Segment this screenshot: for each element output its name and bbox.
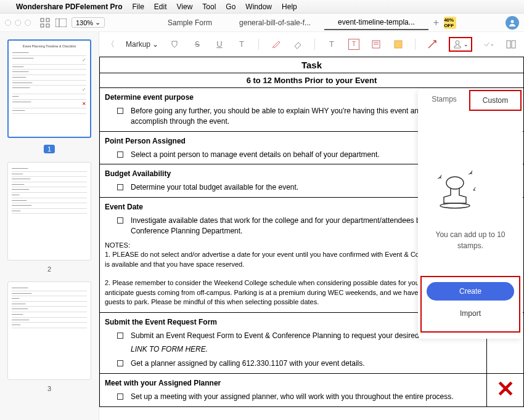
stamp-panel: Stamps Custom You can add up to 10 stamp… (418, 89, 523, 339)
checkbox[interactable] (117, 151, 123, 158)
stamps-tab[interactable]: Stamps (419, 90, 469, 111)
page-number-3: 3 (7, 385, 91, 392)
system-menubar: Wondershare PDFelement Pro File Edit Vie… (0, 0, 524, 14)
app-name[interactable]: Wondershare PDFelement Pro (16, 2, 123, 11)
arrow-tool-icon[interactable] (427, 39, 438, 50)
thumb-title: Event Planning Timeline & Checklist (12, 44, 86, 49)
text-box-icon[interactable]: T (326, 39, 337, 50)
window-controls (5, 20, 31, 26)
svg-point-12 (456, 41, 459, 44)
page-number-1: 1 (44, 145, 55, 153)
pencil-tool-icon[interactable] (270, 39, 281, 50)
timeframe-header: 6 to 12 Months Prior to your Event (99, 73, 523, 88)
close-window-button[interactable] (5, 20, 11, 26)
svg-rect-2 (41, 24, 44, 27)
sidebar-toggle-icon[interactable] (55, 17, 67, 28)
back-icon[interactable]: 〈 (107, 39, 115, 50)
panel-body: You can add up to 10 stamps. (418, 112, 523, 270)
custom-tab[interactable]: Custom (469, 90, 522, 111)
stamp-graphic-icon (430, 168, 510, 217)
document-tabs: Sample Form general-bill-of-sale-f... ev… (110, 15, 501, 30)
x-stamp-icon: ✕ (496, 376, 515, 402)
divider (314, 39, 315, 50)
sticky-note-icon[interactable] (393, 39, 404, 50)
checkbox[interactable] (117, 184, 123, 190)
menu-tool[interactable]: Tool (202, 2, 216, 11)
page-thumbnail-2[interactable]: ━━━━━━━━━━━━━ ━━━━━━━━━ ━━━━━━━━━━━━━━━ … (7, 162, 91, 260)
svg-rect-1 (46, 18, 49, 22)
item-text: Determine your total budget available fo… (131, 182, 298, 193)
page-thumbnail-1[interactable]: Event Planning Timeline & Checklist ━━━━… (7, 39, 91, 138)
svg-point-6 (511, 20, 514, 23)
zoom-value: 130% (76, 19, 93, 26)
thumbnail-view-icon[interactable] (39, 17, 51, 28)
svg-rect-10 (395, 41, 402, 48)
chevron-down-icon: ⌄ (95, 18, 100, 26)
underline-tool-icon[interactable]: U (214, 39, 225, 50)
panel-message: You can add up to 10 stamps. (430, 229, 510, 251)
minimize-window-button[interactable] (15, 20, 21, 26)
menu-edit[interactable]: Edit (154, 2, 167, 11)
menu-window[interactable]: Window (245, 2, 272, 11)
svg-rect-14 (512, 41, 515, 48)
user-avatar-icon[interactable] (506, 16, 519, 30)
item-text: Submit an Event Request Form to Event & … (131, 331, 438, 341)
task-header: Task (99, 57, 523, 73)
divider (258, 39, 259, 50)
tab-bill-of-sale[interactable]: general-bill-of-sale-f... (226, 16, 324, 30)
checkbox[interactable] (117, 217, 123, 224)
markup-toolbar: 〈 Markup⌄ S̶ U T T T ⌄ ⌄ (99, 32, 524, 57)
signature-tool-icon[interactable]: ⌄ (483, 39, 494, 50)
menu-file[interactable]: File (133, 2, 144, 11)
eraser-tool-icon[interactable] (292, 39, 303, 50)
thumbnail-sidebar: Event Planning Timeline & Checklist ━━━━… (0, 32, 99, 420)
import-stamp-button[interactable]: Import (427, 304, 514, 323)
squiggly-tool-icon[interactable]: T (236, 39, 247, 50)
chevron-down-icon: ⌄ (152, 40, 158, 49)
create-stamp-button[interactable]: Create (427, 282, 514, 301)
item-text: Set up a meeting with your assigned plan… (131, 392, 454, 402)
item-text: Select a point person to manage event de… (131, 150, 380, 160)
text-callout-icon[interactable]: T (348, 39, 359, 50)
stamp-tool-button[interactable]: ⌄ (449, 37, 472, 52)
item-text: LINK TO FORM HERE. (131, 344, 208, 355)
zoom-selector[interactable]: 130% ⌄ (72, 17, 105, 28)
page-number-2: 2 (7, 265, 91, 273)
strikethrough-tool-icon[interactable]: S̶ (192, 39, 203, 50)
checkbox[interactable] (117, 108, 123, 114)
divider (415, 39, 416, 50)
checkbox[interactable] (117, 360, 123, 366)
checkbox[interactable] (117, 333, 123, 339)
svg-line-11 (428, 41, 436, 48)
highlight-tool-icon[interactable] (170, 39, 181, 50)
svg-rect-3 (46, 24, 49, 27)
new-tab-button[interactable]: + (428, 17, 444, 28)
page-thumbnail-3[interactable]: ━━━━━━━━━━━━━ ━━━━━━━━━━━━━━━━ ━━━━━━ ━━… (7, 281, 91, 380)
item-text: Get a planner assigned by calling 612.33… (131, 358, 365, 369)
menu-view[interactable]: View (177, 2, 193, 11)
tab-event-timeline[interactable]: event-timeline-templa... (324, 15, 428, 30)
window-titlebar: 130% ⌄ Sample Form general-bill-of-sale-… (0, 14, 524, 32)
menu-help[interactable]: Help (282, 2, 297, 11)
svg-rect-13 (507, 41, 510, 48)
chevron-down-icon: ⌄ (464, 41, 469, 47)
svg-point-15 (446, 177, 464, 189)
svg-rect-4 (55, 18, 67, 27)
section-title: Meet with your Assigned Planner (105, 376, 481, 390)
menu-go[interactable]: Go (226, 2, 235, 11)
markup-dropdown[interactable]: Markup⌄ (126, 40, 158, 49)
tab-sample-form[interactable]: Sample Form (154, 16, 226, 30)
content-area: 〈 Markup⌄ S̶ U T T T ⌄ ⌄ (99, 32, 524, 420)
promo-badge[interactable]: 40% OFF (444, 17, 456, 29)
panel-buttons: Create Import (420, 276, 520, 333)
maximize-window-button[interactable] (25, 20, 31, 26)
svg-rect-0 (41, 18, 44, 22)
checkbox[interactable] (117, 394, 123, 400)
compare-tool-icon[interactable] (506, 39, 517, 50)
note-icon[interactable] (370, 39, 382, 50)
panel-tabs: Stamps Custom (418, 89, 523, 112)
svg-point-16 (440, 203, 470, 208)
